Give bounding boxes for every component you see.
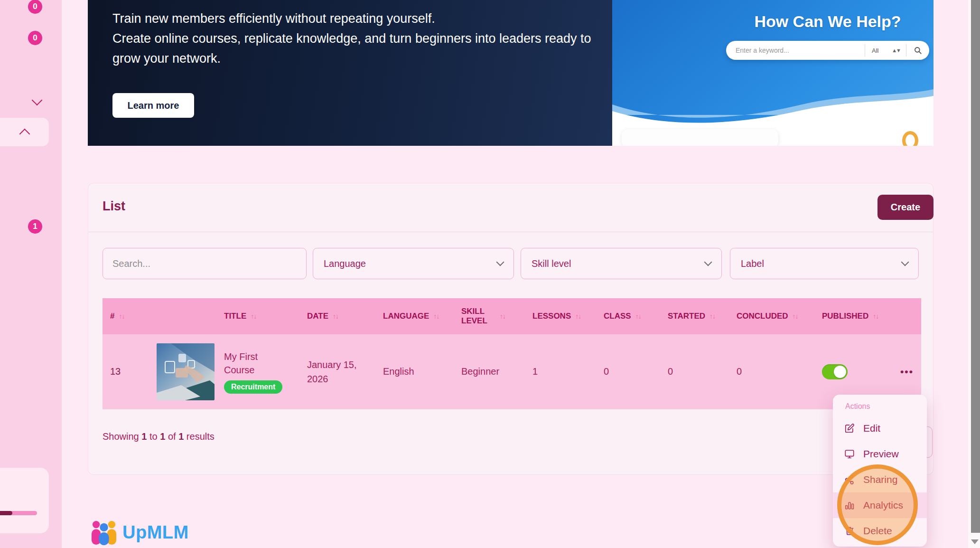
column-label: TITLE [224,312,246,321]
menu-item-edit[interactable]: Edit [833,416,927,441]
skill-level-filter-select[interactable]: Skill level [521,248,722,279]
column-header-date[interactable]: DATE ↑↓ [299,298,375,334]
promo-copy: Train new members efficiently without re… [112,9,592,68]
progress-bar-fill [0,511,12,515]
scrollbar-thumb[interactable] [971,0,980,533]
sort-icon: ↑↓ [433,312,439,321]
row-class-cell: 0 [596,334,660,409]
learn-more-button[interactable]: Learn more [112,93,194,118]
course-thumbnail[interactable] [157,343,215,400]
menu-item-label: Preview [863,448,899,460]
results-total: 1 [178,431,184,442]
sort-icon: ↑↓ [119,312,124,321]
promo-banner: Train new members efficiently without re… [88,0,933,146]
row-actions-menu-button[interactable]: ••• [900,366,914,378]
create-button[interactable]: Create [877,195,933,220]
sort-icon: ↑↓ [793,312,798,321]
language-filter-label: Language [324,258,366,269]
chevron-down-icon [901,258,909,266]
column-header-lessons[interactable]: LESSONS ↑↓ [525,298,596,334]
menu-item-label: Sharing [863,474,897,485]
menu-item-delete[interactable]: Delete [833,518,927,544]
chevron-down-icon[interactable] [32,95,43,106]
chevron-down-icon [704,258,712,266]
row-title-cell: My First Course Recruitment [216,334,299,409]
notification-badge: 0 [28,31,42,45]
published-toggle[interactable] [822,364,848,379]
course-thumbnail-image [157,343,215,400]
results-from: 1 [141,431,147,442]
column-label: LESSONS [532,312,571,321]
monitor-icon [844,449,855,459]
column-header-published[interactable]: PUBLISHED ↑↓ [814,298,893,334]
column-header-thumbnail [149,298,216,334]
results-to: 1 [160,431,165,442]
help-category-value: All [872,47,878,54]
row-language-cell: English [375,334,454,409]
column-header-id[interactable]: # ↑↓ [103,298,149,334]
sidebar-progress-card[interactable] [0,468,49,533]
brand-name: UpMLM [122,522,189,543]
help-article-card [622,129,778,146]
column-label: CONCLUDED [737,312,788,321]
edit-icon [844,423,855,434]
sort-icon: ↑↓ [333,312,338,321]
results-text: of [168,431,176,442]
chevron-down-icon [496,258,504,266]
column-label: STARTED [668,312,705,321]
course-date: January 15, 2026 [307,358,363,386]
column-header-title[interactable]: TITLE ↑↓ [216,298,299,334]
label-filter-label: Label [741,258,764,269]
help-panel-title: How Can We Help? [726,12,929,31]
chevron-up-icon [19,129,30,140]
column-label: SKILL LEVEL [461,307,495,326]
sort-icon: ↑↓ [709,312,715,321]
results-text: to [149,431,158,442]
menu-item-label: Delete [863,525,892,537]
sidebar-collapse-box[interactable] [0,118,49,146]
sort-icon: ↑↓ [251,312,256,321]
help-search-bar[interactable]: All ▲▼ [726,41,929,60]
help-category-select[interactable]: All ▲▼ [865,47,906,54]
table-header: # ↑↓ TITLE ↑↓ DATE ↑↓ LANGUAGE ↑↓ SKILL … [103,298,921,334]
row-actions-dropdown: Actions Edit Preview Sharing Analytics [833,395,927,547]
menu-item-sharing[interactable]: Sharing [833,467,927,492]
brand-logo-icon [90,520,118,545]
menu-item-analytics[interactable]: Analytics [833,492,927,518]
share-icon [844,474,855,485]
menu-item-preview[interactable]: Preview [833,441,927,467]
row-concluded-cell: 0 [729,334,814,409]
row-started-cell: 0 [660,334,729,409]
search-icon[interactable] [906,46,929,55]
column-header-class[interactable]: CLASS ↑↓ [596,298,660,334]
column-header-skill-level[interactable]: SKILL LEVEL ↑↓ [454,298,525,334]
sort-icon: ↑↓ [635,312,641,321]
column-label: PUBLISHED [822,312,868,321]
sort-icon: ↑↓ [500,312,505,321]
help-search-input[interactable] [726,47,865,54]
menu-item-label: Edit [863,423,880,434]
row-thumbnail-cell [149,334,216,409]
skill-filter-label: Skill level [532,258,571,269]
column-label: CLASS [604,312,631,321]
search-input[interactable] [103,248,306,279]
left-sidebar: 0 0 1 [0,0,62,548]
menu-item-label: Analytics [863,500,903,511]
language-filter-select[interactable]: Language [313,248,514,279]
notification-badge: 1 [28,219,42,234]
trash-icon [844,526,855,536]
footer-brand[interactable]: UpMLM [90,520,189,545]
course-title-link[interactable]: My First Course [224,350,281,377]
select-arrows-icon: ▲▼ [892,47,900,53]
page-scrollbar[interactable] [968,0,980,548]
row-id-cell: 13 [103,334,149,409]
label-filter-select[interactable]: Label [730,248,919,279]
results-text: results [187,431,215,442]
column-header-language[interactable]: LANGUAGE ↑↓ [375,298,454,334]
column-header-started[interactable]: STARTED ↑↓ [660,298,729,334]
bar-chart-icon [844,500,855,510]
scrollbar-down-arrow[interactable] [971,539,979,544]
progress-bar [0,511,37,515]
column-header-concluded[interactable]: CONCLUDED ↑↓ [729,298,814,334]
promo-banner-text-panel: Train new members efficiently without re… [88,0,612,146]
